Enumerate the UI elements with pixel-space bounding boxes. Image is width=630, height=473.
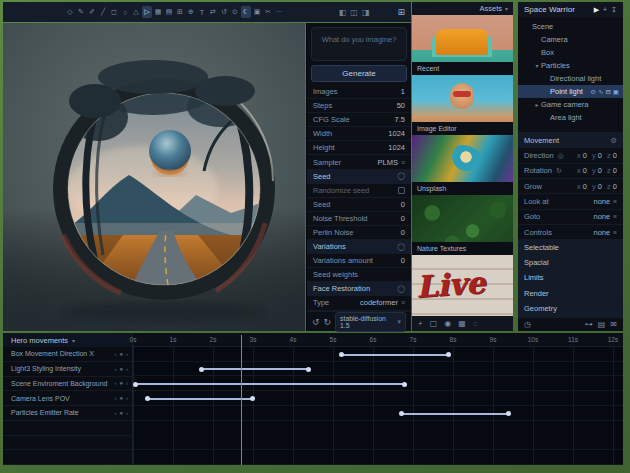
redo-icon[interactable]: ↻: [324, 317, 332, 327]
param-row-height[interactable]: Height1024: [307, 141, 411, 155]
prop-value[interactable]: none: [594, 228, 611, 237]
asset-item-wood-script[interactable]: Live: [412, 255, 513, 315]
param-value[interactable]: PLMS: [377, 158, 397, 167]
undo-icon[interactable]: ↺: [312, 317, 320, 327]
triangle-tool-icon[interactable]: △: [131, 6, 141, 18]
pen-tool-icon[interactable]: ✎: [76, 6, 86, 18]
import-icon[interactable]: ↧: [611, 6, 617, 14]
keyframe-bar-light3-styling-intensity[interactable]: [201, 368, 309, 370]
prompt-input[interactable]: What do you imagine?: [311, 27, 407, 61]
expander-icon[interactable]: ▾: [533, 62, 541, 69]
tree-item-game-camera[interactable]: ▸Game camera: [518, 98, 623, 111]
param-value[interactable]: codeformer: [360, 298, 398, 307]
add-asset-icon[interactable]: +: [418, 319, 423, 328]
next-keyframe-icon[interactable]: ›: [126, 410, 128, 416]
track-label-light3-styling-intensity[interactable]: Light3 Styling Intensity‹●›: [3, 362, 132, 377]
param-row-steps[interactable]: Steps50: [307, 99, 411, 113]
param-row-width[interactable]: Width1024: [307, 127, 411, 141]
sync-icon[interactable]: ◌: [473, 319, 478, 328]
track-label-scene-enviroment-background[interactable]: Scene Enviroment Background‹●›: [3, 377, 132, 392]
next-keyframe-icon[interactable]: ›: [126, 351, 128, 357]
section-toggle-icon[interactable]: ◯: [397, 243, 405, 251]
section-toggle-icon[interactable]: ◯: [397, 285, 405, 293]
param-row-images[interactable]: Images1: [307, 85, 411, 99]
track-label-camera-lens-pov[interactable]: Camera Lens POV‹●›: [3, 391, 132, 406]
asset-item-recent[interactable]: Recent: [412, 15, 513, 75]
asset-item-unsplash[interactable]: Unsplash: [412, 135, 513, 195]
grid-snap-icon[interactable]: ⊞: [175, 6, 185, 18]
tree-item-directional-light[interactable]: Directional light: [518, 72, 623, 85]
prop-value[interactable]: none: [594, 197, 611, 206]
keyframe-bar-scene-enviroment-background[interactable]: [135, 383, 405, 385]
param-row-randomize-seed[interactable]: Randomize seed: [307, 184, 411, 198]
timeline-track-area[interactable]: 0s1s2s3s4s5s6s7s8s9s10s11s12s: [133, 333, 623, 465]
node-graph-icon[interactable]: ⊶: [585, 320, 593, 329]
tree-item-point-light[interactable]: Point light⊙∿⊟▣: [518, 85, 623, 98]
z-value-field[interactable]: z 0: [607, 166, 617, 175]
prop-row-movement[interactable]: Movement⚙: [518, 133, 623, 148]
add-keyframe-icon[interactable]: ●: [119, 410, 123, 416]
history-icon[interactable]: ◷: [524, 320, 531, 329]
tree-item-area-light[interactable]: Area light: [518, 111, 623, 124]
assets-header-dropdown[interactable]: Assets ▾: [412, 2, 513, 15]
param-value[interactable]: 0: [401, 200, 405, 209]
text-tool-icon[interactable]: T: [197, 6, 207, 18]
mesh-tool-icon[interactable]: ▦: [153, 6, 163, 18]
prev-keyframe-icon[interactable]: ‹: [114, 366, 116, 372]
prop-row-geometry[interactable]: Geometry: [518, 301, 623, 316]
add-keyframe-icon[interactable]: ●: [119, 380, 123, 386]
param-row-variations-amount[interactable]: Variations amount0: [307, 254, 411, 268]
pencil-tool-icon[interactable]: ✐: [87, 6, 97, 18]
keyframe-bar-particles-emitter-rate[interactable]: [401, 413, 509, 415]
prop-row-grow[interactable]: Growx 0y 0z 0: [518, 179, 623, 194]
y-value-field[interactable]: y 0: [592, 151, 602, 160]
prop-row-selectable[interactable]: Selectable: [518, 240, 623, 255]
frame-tool-icon[interactable]: ▣: [252, 6, 262, 18]
next-keyframe-icon[interactable]: ›: [126, 395, 128, 401]
grid-view-icon[interactable]: ▦: [458, 319, 466, 328]
prev-keyframe-icon[interactable]: ‹: [114, 395, 116, 401]
rect-tool-icon[interactable]: ◻: [109, 6, 119, 18]
x-value-field[interactable]: x 0: [577, 182, 587, 191]
x-value-field[interactable]: x 0: [577, 166, 587, 175]
line-tool-icon[interactable]: ╱: [98, 6, 108, 18]
z-value-field[interactable]: z 0: [607, 182, 617, 191]
param-row-sampler[interactable]: SamplerPLMS≡: [307, 155, 411, 169]
add-keyframe-icon[interactable]: ●: [119, 395, 123, 401]
timeline-ruler[interactable]: 0s1s2s3s4s5s6s7s8s9s10s11s12s: [133, 333, 623, 347]
prop-row-limits[interactable]: Limits: [518, 271, 623, 286]
param-value[interactable]: 0: [401, 228, 405, 237]
param-row-face-restoration[interactable]: Face Restoration◯: [307, 282, 411, 296]
prop-row-rotation[interactable]: Rotation↻x 0y 0z 0: [518, 164, 623, 179]
curve-icon[interactable]: ∿: [598, 88, 603, 96]
z-value-field[interactable]: z 0: [607, 151, 617, 160]
expander-icon[interactable]: ▸: [533, 101, 541, 108]
param-value[interactable]: 1024: [388, 129, 405, 138]
tree-item-box[interactable]: Box: [518, 46, 623, 59]
prop-row-controls[interactable]: Controlsnone≡: [518, 225, 623, 240]
prop-row-spacial[interactable]: Spacial: [518, 256, 623, 271]
model-select[interactable]: stable-diffusion 1.5 ▾: [335, 312, 406, 332]
generate-button[interactable]: Generate: [311, 65, 407, 82]
keyframe-bar-camera-lens-pov[interactable]: [147, 398, 253, 400]
next-keyframe-icon[interactable]: ›: [126, 366, 128, 372]
add-object-icon[interactable]: ⊕: [186, 6, 196, 18]
layers-tool-icon[interactable]: ▤: [164, 6, 174, 18]
list-view-icon[interactable]: ▤: [598, 320, 606, 329]
move-tool-icon[interactable]: ◇: [65, 6, 75, 18]
prop-row-render[interactable]: Render: [518, 286, 623, 301]
tree-item-scene[interactable]: Scene: [518, 20, 623, 33]
gear-icon[interactable]: ⚙: [610, 136, 617, 145]
param-row-seed[interactable]: Seed0: [307, 198, 411, 212]
add-keyframe-icon[interactable]: ●: [119, 351, 123, 357]
asset-item-nature-textures[interactable]: Nature Textures: [412, 195, 513, 255]
track-label-box-movement-direction-x[interactable]: Box Movement Direction X‹●›: [3, 347, 132, 362]
section-toggle-icon[interactable]: ◯: [397, 172, 405, 180]
checkbox[interactable]: [398, 187, 405, 194]
y-value-field[interactable]: y 0: [592, 182, 602, 191]
x-value-field[interactable]: x 0: [577, 151, 587, 160]
param-row-variations[interactable]: Variations◯: [307, 240, 411, 254]
y-value-field[interactable]: y 0: [592, 166, 602, 175]
add-node-icon[interactable]: +: [603, 6, 607, 14]
panel-right-icon[interactable]: ◨: [362, 8, 370, 17]
